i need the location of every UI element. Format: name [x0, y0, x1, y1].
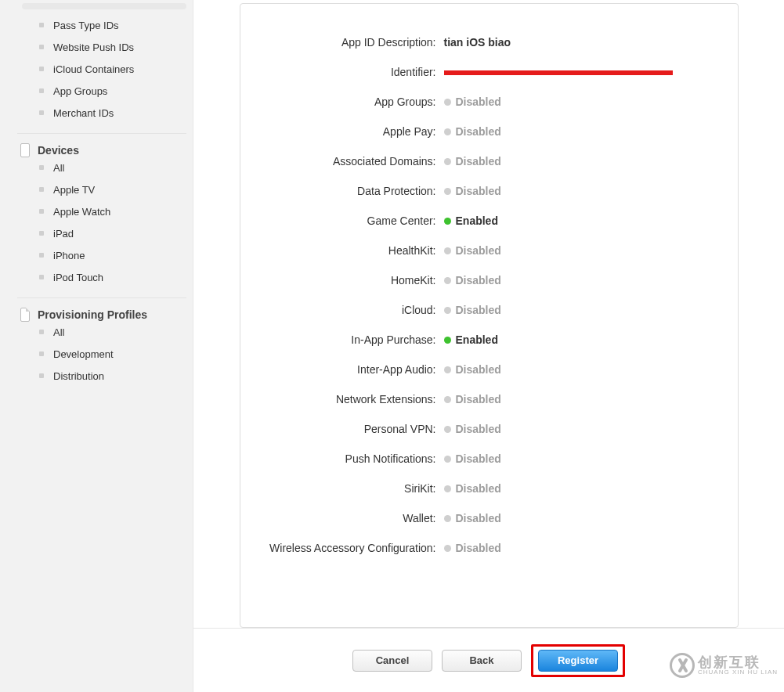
status-text: Disabled	[456, 482, 501, 495]
detail-row-value: Disabled	[444, 393, 501, 405]
detail-row-value: Disabled	[444, 185, 501, 197]
status-dot-icon	[444, 218, 451, 225]
status-dot-icon	[444, 426, 451, 433]
detail-row-label: App Groups:	[259, 96, 444, 108]
register-button[interactable]: Register	[538, 650, 618, 672]
sidebar-item-label: Distribution	[53, 370, 104, 382]
detail-row: Game Center:Enabled	[259, 206, 719, 236]
sidebar-group-identifiers: Pass Type IDsWebsite Push IDsiCloud Cont…	[17, 14, 186, 124]
sidebar-item[interactable]: Distribution	[17, 365, 186, 387]
status-dot-icon	[444, 396, 451, 403]
register-highlight: Register	[531, 644, 625, 677]
bullet-icon	[39, 187, 44, 192]
detail-row-value: Disabled	[444, 96, 501, 108]
status-text: Disabled	[456, 274, 501, 287]
bullet-icon	[39, 23, 44, 27]
sidebar-item-label: Merchant IDs	[53, 107, 114, 119]
detail-row-value: Disabled	[444, 304, 501, 316]
detail-row-label: Inter-App Audio:	[259, 363, 444, 376]
sidebar-item[interactable]: Website Push IDs	[17, 36, 186, 58]
device-icon	[20, 143, 30, 157]
detail-row: Personal VPN:Disabled	[259, 414, 719, 444]
detail-row-value: Disabled	[444, 423, 501, 435]
bullet-icon	[39, 373, 44, 378]
status-dot-icon	[444, 456, 451, 463]
sidebar-item[interactable]: iCloud Containers	[17, 58, 186, 80]
sidebar-item[interactable]: Apple TV	[17, 178, 186, 200]
sidebar-item[interactable]: Merchant IDs	[17, 102, 186, 124]
cancel-button[interactable]: Cancel	[352, 650, 432, 672]
detail-row-label: Wireless Accessory Configuration:	[259, 542, 444, 554]
status-text: Disabled	[456, 363, 501, 376]
sidebar-item[interactable]: iPad	[17, 222, 186, 244]
sidebar-item-label: iPad	[53, 228, 74, 240]
status-text: Disabled	[456, 393, 501, 405]
detail-row: Apple Pay:Disabled	[259, 117, 719, 146]
sidebar-heading-label: Devices	[38, 144, 79, 157]
sidebar-item[interactable]: iPhone	[17, 244, 186, 266]
sidebar-group-devices: AllApple TVApple WatchiPadiPhoneiPod Tou…	[17, 157, 186, 288]
status-text: Disabled	[456, 96, 501, 108]
back-button[interactable]: Back	[442, 650, 522, 672]
bullet-icon	[39, 165, 44, 170]
bullet-icon	[39, 275, 44, 279]
detail-row-label: Associated Domains:	[259, 155, 444, 168]
sidebar-item-label: iCloud Containers	[53, 63, 134, 75]
sidebar-heading-profiles: Provisioning Profiles	[17, 297, 186, 321]
detail-row: HomeKit:Disabled	[259, 265, 719, 295]
detail-row: Wireless Accessory Configuration:Disable…	[259, 533, 719, 563]
sidebar-group-profiles: AllDevelopmentDistribution	[17, 321, 186, 387]
detail-row-label: App ID Description:	[259, 36, 444, 49]
detail-row-label: Network Extensions:	[259, 393, 444, 405]
bullet-icon	[39, 351, 44, 356]
status-dot-icon	[444, 545, 451, 552]
sidebar-item[interactable]: iPod Touch	[17, 266, 186, 288]
status-text: Disabled	[456, 155, 501, 168]
detail-row-value: Disabled	[444, 482, 501, 495]
detail-row: App Groups:Disabled	[259, 87, 719, 117]
sidebar-item[interactable]: Pass Type IDs	[17, 14, 186, 36]
appid-summary-panel: App ID Description:tian iOS biaoIdentifi…	[240, 3, 739, 628]
detail-row: iCloud:Disabled	[259, 295, 719, 325]
bullet-icon	[39, 253, 44, 258]
status-text: Enabled	[456, 214, 498, 227]
detail-row: Associated Domains:Disabled	[259, 146, 719, 176]
detail-row-label: Push Notifications:	[259, 452, 444, 465]
sidebar-item-label: Apple TV	[53, 184, 95, 196]
detail-row: Inter-App Audio:Disabled	[259, 355, 719, 384]
main-content: App ID Description:tian iOS biaoIdentifi…	[193, 0, 784, 692]
status-text: Disabled	[456, 185, 501, 197]
detail-row-value	[444, 70, 673, 74]
status-dot-icon	[444, 366, 451, 373]
sidebar-item-label: Apple Watch	[53, 206, 110, 218]
detail-row-label: Game Center:	[259, 214, 444, 227]
detail-row-value: Disabled	[444, 452, 501, 465]
status-dot-icon	[444, 99, 451, 106]
bullet-icon	[39, 231, 44, 236]
sidebar-item[interactable]: Development	[17, 343, 186, 365]
sidebar-item[interactable]: Apple Watch	[17, 200, 186, 222]
detail-row-value: Disabled	[444, 512, 501, 524]
sidebar-item[interactable]: All	[17, 157, 186, 178]
sidebar-item[interactable]: All	[17, 321, 186, 343]
detail-row-value: Disabled	[444, 244, 501, 257]
sidebar-item[interactable]: App Groups	[17, 80, 186, 102]
redacted-bar	[444, 70, 673, 75]
detail-row-label: Apple Pay:	[259, 125, 444, 138]
detail-row-label: In-App Purchase:	[259, 333, 444, 346]
detail-row-value: Disabled	[444, 274, 501, 287]
status-dot-icon	[444, 337, 451, 344]
status-dot-icon	[444, 307, 451, 314]
button-bar: Cancel Back Register	[193, 628, 784, 692]
sidebar: Pass Type IDsWebsite Push IDsiCloud Cont…	[0, 0, 193, 692]
sidebar-item-label: Development	[53, 348, 114, 360]
detail-row-label: iCloud:	[259, 304, 444, 316]
status-text: Disabled	[456, 452, 501, 465]
detail-row-value: Disabled	[444, 542, 501, 554]
detail-row-label: Identifier:	[259, 66, 444, 78]
sidebar-item-label: iPod Touch	[53, 272, 103, 283]
detail-row-value: Disabled	[444, 125, 501, 138]
status-text: Enabled	[456, 333, 498, 346]
sidebar-item-label: All	[53, 326, 64, 338]
bullet-icon	[39, 45, 44, 49]
